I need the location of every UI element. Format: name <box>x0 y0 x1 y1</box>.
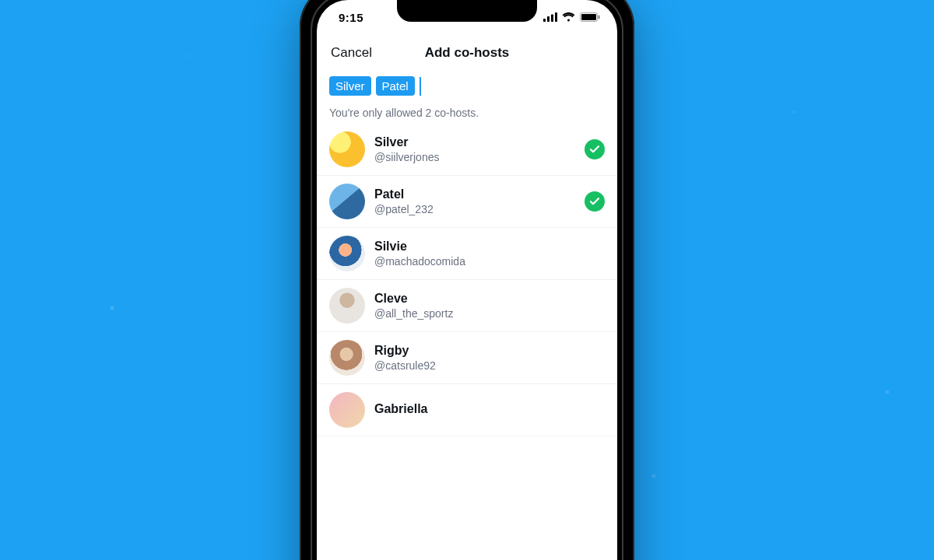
cancel-button[interactable]: Cancel <box>329 40 374 65</box>
user-handle: @patel_232 <box>374 203 575 216</box>
user-name: Silvie <box>374 239 605 254</box>
user-name: Patel <box>374 187 575 201</box>
battery-icon <box>580 12 600 22</box>
text-cursor <box>420 77 421 96</box>
svg-rect-1 <box>547 16 550 22</box>
avatar <box>329 392 365 428</box>
user-name: Rigby <box>374 343 605 358</box>
svg-rect-2 <box>551 15 553 23</box>
user-row-gabriella[interactable]: Gabriella <box>317 384 617 436</box>
user-handle: @all_the_sportz <box>374 307 605 320</box>
selected-check-icon <box>585 139 605 159</box>
user-row-cleve[interactable]: Cleve @all_the_sportz <box>317 280 617 332</box>
selected-chips[interactable]: Silver Patel <box>317 72 617 99</box>
user-handle: @catsrule92 <box>374 359 605 373</box>
svg-rect-3 <box>555 12 557 22</box>
page-title: Add co-hosts <box>425 45 510 61</box>
cellular-icon <box>543 12 557 22</box>
avatar <box>329 288 365 324</box>
user-row-silver[interactable]: Silver @siilverjones <box>317 124 617 176</box>
avatar <box>329 131 365 167</box>
chip-silver[interactable]: Silver <box>329 76 371 96</box>
user-handle: @siilverjones <box>374 151 575 164</box>
app-content: Cancel Add co-hosts Silver Patel You're … <box>317 34 617 560</box>
svg-rect-0 <box>543 19 546 22</box>
svg-rect-6 <box>599 16 600 19</box>
chip-patel[interactable]: Patel <box>376 76 415 96</box>
phone-notch <box>397 0 537 22</box>
user-name: Cleve <box>374 291 605 306</box>
avatar <box>329 184 365 219</box>
user-row-rigby[interactable]: Rigby @catsrule92 <box>317 332 617 384</box>
cohost-limit-hint: You're only allowed 2 co-hosts. <box>317 99 617 124</box>
status-time: 9:15 <box>339 11 363 24</box>
nav-bar: Cancel Add co-hosts <box>317 34 617 72</box>
svg-rect-5 <box>581 14 596 20</box>
phone-screen: 9:15 Cancel Add co-hosts Silver Patel <box>317 0 617 560</box>
wifi-icon <box>562 12 575 22</box>
user-handle: @machadocomida <box>374 255 605 268</box>
avatar <box>329 340 365 376</box>
user-name: Silver <box>374 135 575 149</box>
selected-check-icon <box>585 191 605 212</box>
phone-frame: 9:15 Cancel Add co-hosts Silver Patel <box>300 0 634 560</box>
user-name: Gabriella <box>374 401 605 416</box>
avatar <box>329 236 365 271</box>
user-row-silvie[interactable]: Silvie @machadocomida <box>317 228 617 280</box>
status-icons <box>543 12 600 22</box>
user-list: Silver @siilverjones Patel @patel_232 <box>317 124 617 560</box>
user-row-patel[interactable]: Patel @patel_232 <box>317 176 617 228</box>
